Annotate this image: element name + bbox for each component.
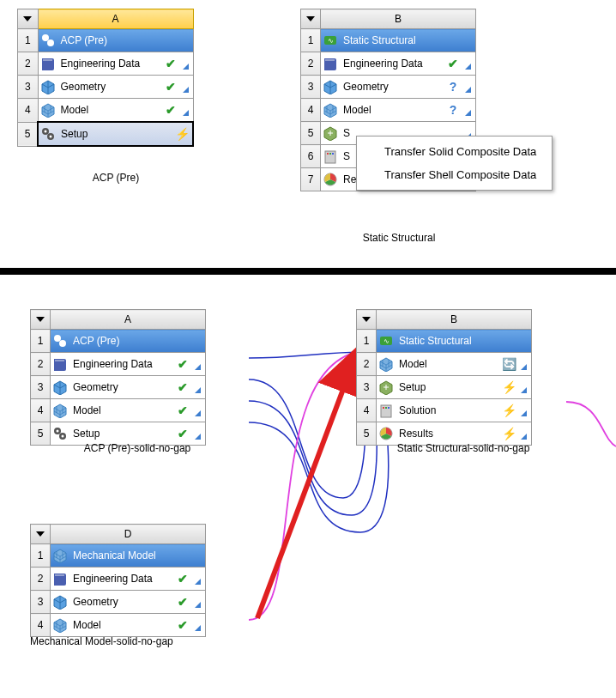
cell-row[interactable]: 3Geometry? — [301, 76, 476, 99]
gears-icon — [40, 126, 56, 142]
share-corner-icon[interactable] — [521, 387, 528, 394]
geom-icon — [323, 79, 338, 94]
share-corner-icon[interactable] — [195, 410, 202, 417]
cell-row[interactable]: 2Engineering Data✔ — [18, 52, 194, 76]
system-caption: Static Structural-solid-no-gap — [356, 442, 571, 454]
lightning-icon: ⚡ — [502, 380, 516, 394]
system-menu-dropdown[interactable] — [31, 525, 51, 544]
chevron-down-icon — [23, 16, 32, 21]
cell-label: Static Structural — [343, 34, 472, 46]
bottom-panel: A 1ACP (Pre)2Engineering Data✔3Geometry✔… — [0, 275, 616, 698]
cell-label: Geometry — [343, 81, 441, 93]
cell-row[interactable]: 1ACP (Pre) — [31, 330, 206, 353]
question-icon: ? — [446, 103, 460, 117]
system-D-bottom[interactable]: D 1Mechanical Model2Engineering Data✔3Ge… — [30, 524, 206, 637]
cell-row[interactable]: 4Model✔ — [31, 614, 206, 637]
share-corner-icon[interactable] — [521, 410, 528, 417]
lightning-icon: ⚡ — [502, 427, 516, 440]
system-B-bottom[interactable]: B 1Static Structural2Model🔄3Setup⚡4Solut… — [356, 309, 532, 446]
cell-label: Model — [343, 104, 441, 116]
system-menu-dropdown[interactable] — [357, 310, 377, 330]
lightning-icon: ⚡ — [175, 127, 189, 141]
system-A-bottom[interactable]: A 1ACP (Pre)2Engineering Data✔3Geometry✔… — [30, 309, 206, 446]
share-corner-icon[interactable] — [521, 434, 528, 440]
system-menu-dropdown[interactable] — [18, 9, 39, 29]
share-corner-icon[interactable] — [195, 602, 202, 609]
cell-label: Geometry — [73, 381, 171, 393]
cell-row[interactable]: 2Engineering Data✔ — [301, 52, 476, 76]
menu-item-transfer-shell[interactable]: Transfer Shell Composite Data — [357, 163, 552, 186]
share-corner-icon[interactable] — [183, 64, 190, 70]
cell-row[interactable]: 1Mechanical Model — [31, 544, 206, 568]
cell-row[interactable]: 5Setup⚡ — [18, 122, 194, 146]
cell-row[interactable]: 4Model✔ — [31, 399, 206, 422]
cell-row[interactable]: 3Geometry✔ — [18, 76, 194, 99]
share-corner-icon[interactable] — [183, 110, 190, 117]
cell-row[interactable]: 2Engineering Data✔ — [31, 568, 206, 591]
share-corner-icon[interactable] — [195, 625, 202, 632]
cell-row[interactable]: 2Model🔄 — [357, 353, 532, 376]
check-icon: ✔ — [176, 618, 190, 632]
cell-row[interactable]: 1Static Structural — [357, 330, 532, 353]
cell-row[interactable]: 3Geometry✔ — [31, 376, 206, 399]
cell-row[interactable]: 4Model✔ — [18, 99, 194, 123]
cell-row[interactable]: 2Engineering Data✔ — [31, 353, 206, 376]
refresh-icon: 🔄 — [502, 357, 516, 371]
cell-row[interactable]: 4Solution⚡ — [357, 399, 532, 422]
check-icon: ✔ — [176, 595, 190, 609]
share-corner-icon[interactable] — [465, 110, 472, 117]
cell-row[interactable]: 1Static Structural — [301, 29, 476, 52]
cell-label: Setup — [399, 381, 497, 393]
share-corner-icon[interactable] — [183, 87, 190, 94]
system-menu-dropdown[interactable] — [31, 310, 51, 330]
model-icon — [52, 617, 68, 633]
check-icon: ✔ — [164, 57, 178, 70]
row-number: 4 — [18, 99, 39, 123]
row-number: 2 — [18, 52, 39, 76]
column-letter: A — [38, 9, 193, 29]
system-menu-dropdown[interactable] — [301, 9, 321, 29]
share-corner-icon[interactable] — [465, 87, 472, 94]
share-corner-icon[interactable] — [195, 579, 202, 586]
green-block-icon — [378, 333, 394, 349]
row-number: 2 — [31, 353, 51, 376]
row-number: 1 — [31, 544, 51, 568]
system-A-top[interactable]: A 1ACP (Pre)2Engineering Data✔3Geometry✔… — [17, 9, 194, 147]
check-icon: ✔ — [176, 404, 190, 417]
cell-label: Solution — [399, 404, 497, 416]
system-caption: ACP (Pre)-solid-no-gap — [30, 442, 245, 454]
share-corner-icon[interactable] — [195, 387, 202, 394]
cell-label: Model — [73, 404, 171, 416]
cell-row[interactable]: 3Setup⚡ — [357, 376, 532, 399]
check-icon: ✔ — [176, 572, 190, 586]
geom-icon — [40, 79, 56, 94]
row-number: 2 — [357, 353, 377, 376]
context-menu[interactable]: Transfer Solid Composite Data Transfer S… — [356, 136, 553, 191]
row-number: 1 — [357, 330, 377, 353]
cell-row[interactable]: 3Geometry✔ — [31, 591, 206, 614]
green-block-icon — [323, 33, 338, 48]
row-number: 1 — [18, 29, 39, 52]
model-white-icon — [52, 548, 68, 563]
geom-icon — [52, 379, 68, 395]
row-number: 4 — [357, 399, 377, 422]
row-number: 5 — [18, 122, 39, 146]
share-corner-icon[interactable] — [195, 434, 202, 440]
share-corner-icon[interactable] — [521, 364, 528, 371]
row-number: 7 — [301, 168, 321, 191]
cell-label: Mechanical Model — [73, 549, 202, 561]
model-icon — [52, 403, 68, 418]
cell-label: ACP (Pre) — [61, 34, 190, 46]
cell-row[interactable]: 1ACP (Pre) — [18, 29, 194, 52]
share-corner-icon[interactable] — [195, 364, 202, 371]
book-icon — [40, 56, 56, 71]
share-corner-icon[interactable] — [465, 64, 472, 70]
column-letter: B — [321, 9, 476, 29]
check-icon: ✔ — [446, 57, 460, 70]
menu-item-transfer-solid[interactable]: Transfer Solid Composite Data — [357, 140, 552, 163]
row-number: 4 — [301, 99, 321, 122]
row-number: 1 — [31, 330, 51, 353]
model-icon — [378, 356, 394, 372]
cell-row[interactable]: 4Model? — [301, 99, 476, 122]
cell-label: Engineering Data — [73, 573, 171, 585]
